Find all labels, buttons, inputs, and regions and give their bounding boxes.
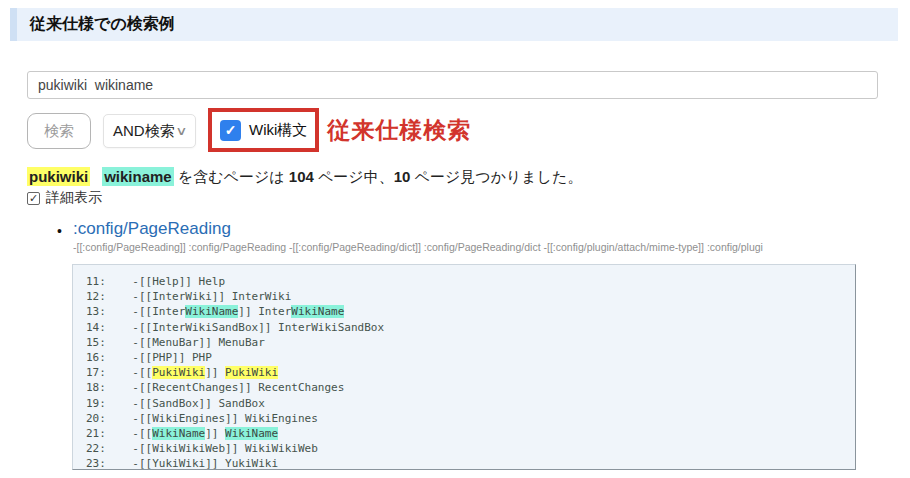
code-block: 11: -[[Help]] Help12: -[[InterWiki]] Int… xyxy=(72,264,856,470)
search-term-2: wikiname xyxy=(102,167,174,186)
annotation-highlight-box: ✓ Wiki構文 xyxy=(208,108,319,152)
result-list-item: • :config/PageReading xyxy=(57,219,231,239)
wiki-syntax-label[interactable]: Wiki構文 xyxy=(249,121,307,140)
code-line: 17: -[[PukiWiki]] PukiWiki xyxy=(86,365,847,380)
page-link-config-pagereading[interactable]: :config/PageReading xyxy=(73,219,231,238)
highlighted-term: WikiName xyxy=(225,427,278,440)
detail-display-checkbox[interactable]: ✓ xyxy=(27,192,40,205)
highlighted-term: PukiWiki xyxy=(225,366,278,379)
code-line: 19: -[[SandBox]] SandBox xyxy=(86,396,847,411)
checkmark-icon: ✓ xyxy=(29,192,38,205)
found-page-count: 10 xyxy=(394,168,411,185)
detail-display-row: ✓ 詳細表示 xyxy=(27,189,102,207)
result-text: ページ見つかりました。 xyxy=(410,168,582,185)
code-line: 13: -[[InterWikiName]] InterWikiName xyxy=(86,304,847,319)
page-title: 従来仕様での検索例 xyxy=(30,14,175,35)
result-summary: pukiwikiwikiname を含むページは 104 ページ中、10 ページ… xyxy=(27,168,582,187)
section-header: 従来仕様での検索例 xyxy=(10,8,898,41)
search-input[interactable] xyxy=(27,71,878,99)
search-button[interactable]: 検索 xyxy=(27,113,91,149)
highlighted-term: WikiName xyxy=(152,427,205,440)
code-line: 21: -[[WikiName]] WikiName xyxy=(86,426,847,441)
bullet-icon: • xyxy=(57,223,62,239)
page: 従来仕様での検索例 検索 AND検索 ∨ ✓ Wiki構文 従来仕様検索 puk… xyxy=(0,0,910,478)
highlighted-term: WikiName xyxy=(185,305,238,318)
search-term-1: pukiwiki xyxy=(27,167,90,186)
result-text: ページ中、 xyxy=(314,168,394,185)
result-text: を含むページは xyxy=(174,168,289,185)
code-line: 11: -[[Help]] Help xyxy=(86,274,847,289)
code-line: 12: -[[InterWiki]] InterWiki xyxy=(86,289,847,304)
search-mode-value: AND検索 xyxy=(113,122,175,141)
annotation-text: 従来仕様検索 xyxy=(327,115,471,146)
code-line: 16: -[[PHP]] PHP xyxy=(86,350,847,365)
code-line: 22: -[[WikiWikiWeb]] WikiWikiWeb xyxy=(86,441,847,456)
search-mode-select[interactable]: AND検索 ∨ xyxy=(103,114,196,148)
code-line: 20: -[[WikiEngines]] WikiEngines xyxy=(86,411,847,426)
total-page-count: 104 xyxy=(289,168,314,185)
search-controls: 検索 AND検索 ∨ ✓ Wiki構文 従来仕様検索 xyxy=(27,108,471,152)
chevron-down-icon: ∨ xyxy=(175,124,187,138)
code-line: 18: -[[RecentChanges]] RecentChanges xyxy=(86,380,847,395)
code-line: 14: -[[InterWikiSandBox]] InterWikiSandB… xyxy=(86,320,847,335)
highlighted-term: WikiName xyxy=(291,305,344,318)
code-line: 15: -[[MenuBar]] MenuBar xyxy=(86,335,847,350)
highlighted-term: PukiWiki xyxy=(152,366,205,379)
matched-raw-text: -[[:config/PageReading]] :config/PageRea… xyxy=(73,241,907,253)
checkmark-icon: ✓ xyxy=(225,122,237,138)
detail-display-label[interactable]: 詳細表示 xyxy=(46,189,102,207)
code-line: 23: -[[YukiWiki]] YukiWiki xyxy=(86,456,847,470)
wiki-syntax-checkbox[interactable]: ✓ xyxy=(220,120,241,141)
